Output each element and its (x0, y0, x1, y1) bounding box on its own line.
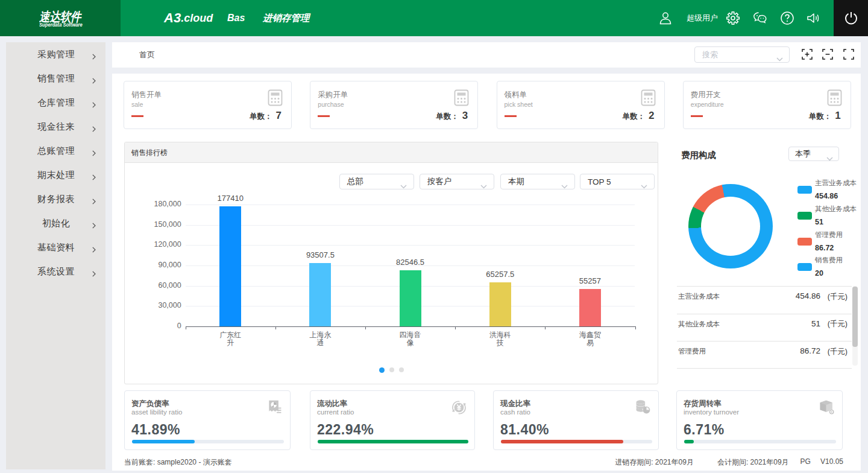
red-dash-decoration (318, 115, 330, 117)
current-user-name[interactable]: 超级用户 (687, 0, 718, 36)
wechat-icon[interactable] (753, 11, 767, 25)
settings-gear-icon[interactable] (726, 11, 740, 25)
user-icon[interactable] (658, 11, 673, 25)
report-pie-icon (265, 398, 284, 417)
y-axis-tick-label: 30,000 (133, 301, 181, 310)
sidebar-item-3[interactable]: 仓库管理 (6, 90, 105, 115)
stat-card-3[interactable]: 领料单pick sheet单数：2 (497, 81, 665, 129)
stat-card-subtitle: sale (131, 101, 143, 108)
carousel-dot-2[interactable] (389, 367, 394, 372)
red-dash-decoration (505, 115, 517, 117)
y-axis-tick-label: 180,000 (133, 200, 181, 208)
x-axis-tick (186, 326, 186, 329)
ratio-card-subtitle: current ratio (317, 408, 354, 416)
legend-label: 管理费用 (815, 230, 843, 240)
x-axis-tick (545, 326, 546, 329)
chart-gridline (186, 225, 635, 226)
calculator-icon (454, 89, 469, 106)
footer-spacer (789, 457, 800, 468)
expense-table-row-2: 其他业务成本51(千元) (677, 314, 852, 341)
legend-item-4: 销售费用20 (797, 254, 868, 280)
expense-period-select[interactable]: 本季 (788, 147, 839, 161)
legend-value: 454.86 (815, 192, 838, 200)
sidebar-item-2[interactable]: 销售管理 (6, 66, 105, 90)
sidebar-item-4[interactable]: 现金往来 (6, 115, 105, 139)
x-axis-category-label: 上海永通 (281, 331, 359, 347)
help-icon[interactable] (780, 11, 794, 25)
expense-row-value: 454.86 (796, 291, 820, 300)
stat-card-2[interactable]: 采购开单purchase单数：3 (310, 81, 478, 129)
x-axis-category-label: 海鑫贸易 (551, 331, 629, 347)
coins-clock-icon (634, 398, 652, 417)
sidebar-item-1[interactable]: 采购管理 (6, 42, 105, 66)
progress-track (318, 440, 468, 443)
sidebar-item-label: 初始化 (12, 211, 100, 235)
count-label: 单数： (623, 112, 646, 122)
legend-label: 销售费用 (815, 256, 843, 265)
expense-row-label: 管理费用 (678, 347, 706, 356)
footer-fiscal-period: 会计期间: 2021年09月 (717, 457, 789, 468)
fullscreen-button[interactable] (843, 49, 854, 60)
logout-power-button[interactable] (834, 0, 868, 36)
speaker-icon[interactable] (806, 11, 820, 25)
stat-card-title: 采购开单 (318, 90, 348, 100)
bar-value-label: 177410 (191, 194, 269, 203)
chevron-right-icon (92, 75, 96, 81)
sidebar-item-8[interactable]: 初始化 (6, 211, 105, 235)
sidebar-item-5[interactable]: 总账管理 (6, 139, 105, 163)
ratio-card-4[interactable]: 存货周转率inventory turnover6.71% (676, 390, 843, 450)
chevron-right-icon (92, 100, 96, 106)
stat-card-4[interactable]: 费用开支expenditure单数：1 (683, 81, 851, 129)
sidebar-item-9[interactable]: 基础资料 (6, 235, 105, 259)
legend-item-1: 主营业务成本454.86 (797, 177, 868, 203)
nav-product[interactable]: A3.cloud (164, 0, 213, 36)
legend-item-3: 管理费用86.72 (797, 229, 868, 255)
sidebar-item-10[interactable]: 系统设置 (6, 259, 105, 284)
x-axis-tick (455, 326, 456, 329)
x-axis-line (186, 326, 636, 327)
legend-color-swatch (797, 238, 813, 246)
stat-card-subtitle: purchase (318, 101, 344, 108)
expense-table-scrollbar[interactable] (852, 286, 858, 366)
ratio-card-title: 存货周转率 (684, 399, 722, 409)
footer-periods: 进销存期间: 2021年09月 会计期间: 2021年09月 PG V10.05 (615, 457, 843, 468)
sales-bar-chart: 030,00060,00090,000120,000150,000180,000… (125, 142, 659, 385)
ratio-card-2[interactable]: 流动比率current ratio222.94% (310, 390, 475, 450)
count-value: 3 (462, 110, 468, 122)
footer-pg: PG (800, 457, 811, 468)
carousel-dot-3[interactable] (399, 367, 404, 372)
logo-subtitle: Superdata Software (39, 22, 83, 28)
legend-label: 其他业务成本 (815, 205, 857, 214)
chevron-right-icon (92, 172, 96, 178)
sidebar-item-7[interactable]: 财务报表 (6, 187, 105, 211)
breadcrumb-home-tab[interactable]: 首页 (139, 42, 155, 68)
scrollbar-thumb[interactable] (852, 287, 858, 347)
stat-card-1[interactable]: 销售开单sale单数：7 (124, 81, 292, 129)
search-input[interactable]: 搜索 (694, 46, 790, 63)
y-axis-tick-label: 120,000 (133, 240, 181, 249)
ratio-card-value: 222.94% (317, 422, 374, 438)
carousel-dot-1[interactable] (379, 367, 385, 373)
zoom-out-viewfinder-button[interactable] (822, 49, 833, 60)
nav-product-label: A3 (164, 10, 181, 26)
zoom-in-viewfinder-button[interactable] (802, 49, 813, 60)
ratio-card-3[interactable]: 现金比率cash ratio81.40% (493, 390, 659, 450)
stat-card-count: 单数：2 (623, 110, 655, 122)
logo: 速达软件 Superdata Software (0, 0, 121, 36)
nav-edition[interactable]: Bas (227, 0, 245, 36)
bar-四海音像 (400, 270, 421, 326)
ratio-card-subtitle: asset libility ratio (131, 408, 182, 416)
sidebar-item-label: 采购管理 (12, 42, 100, 66)
ratio-card-1[interactable]: 资产负债率asset libility ratio41.89% (124, 390, 291, 450)
progress-track (684, 440, 837, 443)
nav-module[interactable]: 进销存管理 (263, 0, 310, 36)
footer-spacer (694, 457, 717, 468)
legend-value: 86.72 (815, 244, 834, 252)
sidebar-item-label: 期末处理 (12, 163, 100, 187)
y-axis-tick-label: 0 (133, 322, 181, 330)
stat-card-title: 领料单 (505, 90, 527, 100)
count-label: 单数： (436, 112, 459, 122)
chevron-down-icon (826, 153, 833, 157)
sidebar-item-6[interactable]: 期末处理 (6, 163, 105, 187)
y-axis-tick-label: 150,000 (133, 220, 181, 229)
